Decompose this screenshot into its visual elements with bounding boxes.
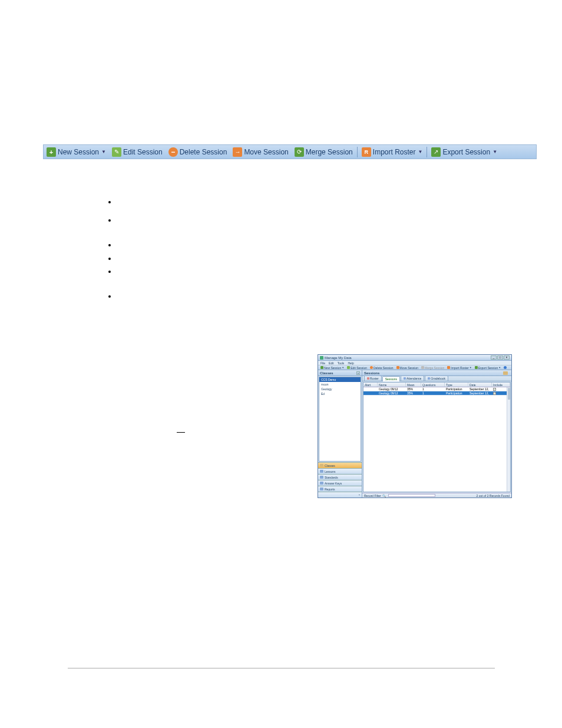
tabs: Roster Sessions Attendance Gradebook <box>362 376 511 381</box>
dropdown-arrow-icon[interactable]: ▼ <box>101 149 106 154</box>
edit-session-button[interactable]: Edit Session <box>109 145 166 159</box>
new-icon <box>47 147 56 157</box>
class-item[interactable]: CCS Demo <box>319 377 361 382</box>
app-toolbar: New Session▼ Edit Session Delete Session… <box>318 365 511 370</box>
nav-expand-button[interactable]: » <box>318 492 362 498</box>
bullet-list <box>117 197 118 305</box>
cell-mean: 35% <box>406 387 421 391</box>
merge-session-label: Merge Session <box>306 148 353 156</box>
bullet-item <box>117 215 118 235</box>
tab-sessions[interactable]: Sessions <box>382 376 400 381</box>
move-session-button[interactable]: Move Session <box>230 145 291 159</box>
roster-icon <box>367 377 369 380</box>
col-alert[interactable]: Alert <box>363 383 378 387</box>
filter-input[interactable] <box>388 494 435 497</box>
search-icon[interactable]: 🔍 <box>382 494 386 498</box>
tab-roster[interactable]: Roster <box>364 375 382 381</box>
folder-icon[interactable] <box>503 371 508 375</box>
col-name[interactable]: Name <box>378 383 406 387</box>
col-type[interactable]: Type <box>445 383 468 387</box>
col-mean[interactable]: Mean <box>406 383 421 387</box>
window-title: Manage My Data <box>325 356 491 360</box>
import-roster-button[interactable]: Import Roster ▼ <box>359 145 426 159</box>
nav-reports[interactable]: Reports <box>318 486 362 492</box>
import-icon <box>362 147 371 157</box>
class-list[interactable]: CCS Demo moon Geology Ed <box>319 377 361 462</box>
table-row[interactable]: Geology 09/12 35% 1 Participation Septem… <box>363 391 510 396</box>
titlebar[interactable]: Manage My Data _ □ × <box>318 355 511 361</box>
folder-icon <box>320 470 323 473</box>
edit-icon <box>112 147 121 157</box>
tab-gradebook[interactable]: Gradebook <box>425 375 448 381</box>
import-icon <box>447 366 450 369</box>
nav-standards[interactable]: Standards <box>318 474 362 480</box>
maximize-button[interactable]: □ <box>497 355 503 360</box>
menu-help[interactable]: Help <box>348 361 353 365</box>
edit-session-button[interactable]: Edit Session <box>346 366 368 370</box>
merge-icon <box>421 366 424 369</box>
delete-session-button[interactable]: Delete Session <box>166 145 230 159</box>
cell-name: Geology 09/12 <box>378 391 406 395</box>
cell-type: Participation <box>445 387 468 391</box>
sessions-title: Sessions <box>364 371 379 375</box>
dropdown-arrow-icon[interactable]: ▼ <box>498 366 501 369</box>
folder-icon <box>320 487 323 490</box>
menu-file[interactable]: File <box>320 361 325 365</box>
classes-header: Classes « <box>318 370 362 376</box>
col-date[interactable]: Date <box>468 383 492 387</box>
folder-icon <box>320 476 323 479</box>
dash-mark <box>177 432 185 433</box>
merge-session-button[interactable]: Merge Session <box>292 145 356 159</box>
export-session-button[interactable]: Export Session▼ <box>474 366 503 370</box>
class-item[interactable]: moon <box>319 382 361 387</box>
dropdown-arrow-icon[interactable]: ▼ <box>470 366 472 369</box>
help-button[interactable] <box>503 366 508 369</box>
edit-icon <box>347 366 350 369</box>
new-icon <box>320 366 323 369</box>
class-item[interactable]: Ed <box>319 391 361 396</box>
minimize-button[interactable]: _ <box>491 355 497 360</box>
export-session-button[interactable]: Export Session ▼ <box>428 145 500 159</box>
statusbar: Record Filter 🔍 2 out of 2 Records Found <box>362 493 511 498</box>
tab-attendance[interactable]: Attendance <box>401 375 424 381</box>
nav-classes[interactable]: Classes <box>318 462 362 468</box>
bullet-item <box>117 266 118 286</box>
scroll-thumb[interactable] <box>508 388 510 400</box>
delete-session-button[interactable]: Delete Session <box>369 366 395 370</box>
dropdown-arrow-icon[interactable]: ▼ <box>342 366 344 369</box>
move-session-button[interactable]: Move Session <box>395 366 419 370</box>
manage-my-data-window: Manage My Data _ □ × File Edit Tools Hel… <box>318 354 512 498</box>
sessions-grid[interactable]: Alert Name Mean Questions Type Date Incl… <box>363 382 511 492</box>
cell-date: September 12, <box>468 387 492 391</box>
new-session-button[interactable]: New Session▼ <box>319 366 345 370</box>
dropdown-arrow-icon[interactable]: ▼ <box>492 149 497 154</box>
nav-lessons[interactable]: Lessons <box>318 468 362 474</box>
menu-tools[interactable]: Tools <box>338 361 345 365</box>
import-roster-button[interactable]: Import Roster▼ <box>446 366 472 370</box>
footer-rule <box>68 668 495 668</box>
col-questions[interactable]: Questions <box>421 383 445 387</box>
classes-title: Classes <box>320 371 333 375</box>
col-include[interactable]: Include <box>492 383 510 387</box>
export-session-label: Export Session <box>442 148 490 156</box>
dropdown-arrow-icon[interactable]: ▼ <box>418 149 422 154</box>
bullet-item <box>117 240 118 250</box>
close-button[interactable]: × <box>504 355 510 360</box>
table-row[interactable]: Geology 09/12 35% 1 Participation Septem… <box>363 387 510 391</box>
nav-answer-keys[interactable]: Answer Keys <box>318 480 362 486</box>
checkbox-icon[interactable]: ✓ <box>493 392 496 395</box>
bullet-item <box>117 253 118 263</box>
collapse-button[interactable]: « <box>356 371 360 375</box>
right-pane: Sessions Roster Sessions Attendance Grad… <box>362 370 511 498</box>
vertical-scrollbar[interactable] <box>507 387 510 492</box>
checkbox-icon[interactable]: ✓ <box>493 388 496 391</box>
cell-name: Geology 09/12 <box>378 387 406 391</box>
cell-questions: 1 <box>421 391 445 395</box>
menu-edit[interactable]: Edit <box>329 361 334 365</box>
delete-icon <box>168 147 178 157</box>
delete-icon <box>370 366 373 369</box>
new-session-button[interactable]: New Session ▼ <box>44 145 109 159</box>
move-session-label: Move Session <box>244 148 288 156</box>
nav-stack: Classes Lessons Standards Answer Keys Re… <box>318 462 362 498</box>
class-item[interactable]: Geology <box>319 387 361 391</box>
